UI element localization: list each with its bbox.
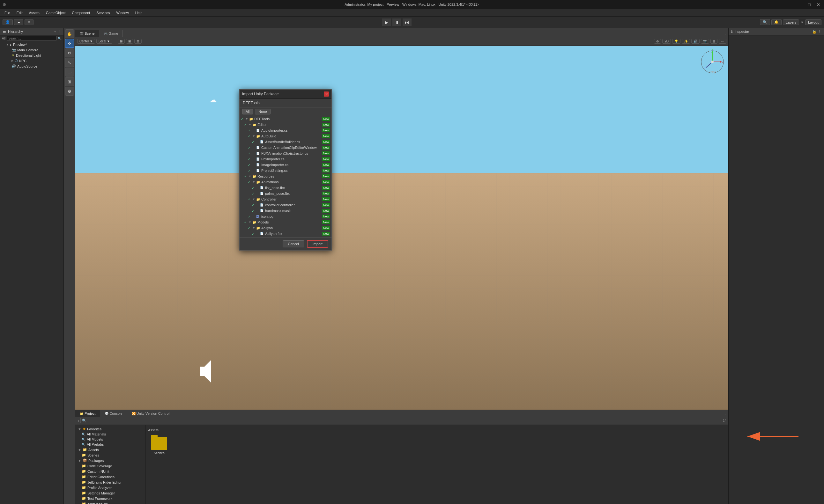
tab-console[interactable]: 💬 Console — [100, 410, 127, 417]
grid-btn[interactable]: ⊞ — [118, 39, 125, 44]
menu-services[interactable]: Services — [93, 10, 113, 15]
more-btn[interactable]: ⋯ — [719, 39, 726, 44]
toolbar-account[interactable]: 👤 — [3, 19, 13, 25]
gizmos-btn[interactable]: ⊙ — [654, 39, 661, 44]
import-row-imageimporter[interactable]: ✓ 📄 ImageImporter.cs New — [239, 162, 331, 168]
notifications-button[interactable]: 🔔 — [771, 19, 782, 25]
proj-jetbrains[interactable]: 📁 JetBrains Rider Editor — [75, 480, 145, 485]
toolbar-cloud[interactable]: ☁ — [14, 19, 23, 25]
proj-packages[interactable]: ▼ 📦 Packages — [75, 458, 145, 463]
import-row-projectsetting[interactable]: ✓ 📄 ProjectSetting.cs New — [239, 168, 331, 173]
import-close-button[interactable]: ✕ — [324, 92, 329, 97]
import-row-aaliyahfbx[interactable]: ✓ 📄 Aaliyah.fbx New — [239, 231, 331, 237]
import-row-controller[interactable]: ✓ ▼ 📁 Controller New — [239, 197, 331, 202]
proj-assets[interactable]: ▼ 📁 Assets — [75, 447, 145, 452]
maximize-button[interactable]: □ — [806, 1, 813, 8]
proj-all-materials[interactable]: 🔍 All Materials — [75, 431, 145, 437]
move-tool[interactable]: ✛ — [65, 39, 74, 48]
hierarchy-item-directional-light[interactable]: ☀ Directional Light — [0, 52, 64, 58]
audio-btn[interactable]: 🔊 — [691, 39, 700, 44]
view-btn[interactable]: ☰ — [134, 39, 142, 44]
inspector-menu-button[interactable]: ⋮ — [818, 30, 821, 34]
import-row-models[interactable]: ✓ ▼ 📁 Models New — [239, 219, 331, 225]
import-row-audioimporter[interactable]: ✓ 📄 AudioImporter.cs New — [239, 128, 331, 133]
toolbar-settings[interactable]: ⚙ — [24, 19, 33, 25]
import-row-controllerfile[interactable]: ✓ 📄 controller.controller New — [239, 202, 331, 208]
scene-gizmo[interactable]: Persp Y X Z — [700, 49, 725, 75]
hierarchy-add-button[interactable]: + — [54, 30, 56, 34]
pause-button[interactable]: ⏸ — [392, 18, 401, 26]
menu-help[interactable]: Help — [132, 10, 146, 15]
import-row-autobuild[interactable]: ✓ ▼ 📁 AutoBuild New — [239, 133, 331, 139]
project-add-button[interactable]: + — [77, 419, 79, 423]
menu-edit[interactable]: Edit — [13, 10, 26, 15]
snap-btn[interactable]: ⊞ — [126, 39, 133, 44]
inspector-lock-button[interactable]: 🔓 — [812, 30, 817, 34]
import-row-deetools[interactable]: ✓ ▼ 📁 DEETools New — [239, 116, 331, 122]
import-row-palmspose[interactable]: ✓ 📄 palms_pose.fbx New — [239, 191, 331, 197]
center-dropdown[interactable]: Center ▼ — [77, 39, 95, 44]
import-row-resources[interactable]: ✓ ▼ 📁 Resources New — [239, 173, 331, 179]
proj-editor-coroutines[interactable]: 📁 Editor Coroutines — [75, 474, 145, 480]
proj-textmeshpro[interactable]: 📁 TextMeshPro — [75, 501, 145, 504]
tab-project[interactable]: 📁 Project — [75, 410, 100, 417]
menu-assets[interactable]: Assets — [26, 10, 43, 15]
hierarchy-item-npc[interactable]: ▶ ⬡ NPC — [0, 58, 64, 64]
lighting-btn[interactable]: 💡 — [672, 39, 681, 44]
menu-gameobject[interactable]: GameObject — [43, 10, 69, 15]
import-row-handmask[interactable]: ✓ 📄 handmask.mask New — [239, 208, 331, 214]
menu-window[interactable]: Window — [113, 10, 132, 15]
import-button[interactable]: Import — [307, 240, 328, 248]
import-row-animations[interactable]: ✓ ▼ 📁 Animations New — [239, 179, 331, 185]
proj-test-framework[interactable]: 📁 Test Framework — [75, 496, 145, 501]
tab-version-control[interactable]: 🔀 Unity Version Control — [127, 410, 174, 417]
hierarchy-item-audiosource[interactable]: 🔊 AudioSource — [0, 64, 64, 69]
custom-tool[interactable]: ⚙ — [65, 87, 74, 96]
overlay-btn[interactable]: ⊞ — [710, 39, 717, 44]
rotate-tool[interactable]: ↺ — [65, 48, 74, 57]
filter-none-button[interactable]: None — [255, 109, 270, 114]
play-button[interactable]: ▶ — [382, 18, 391, 26]
import-row-icon[interactable]: ✓ 🖼 icon.jpg New — [239, 214, 331, 219]
filter-all-button[interactable]: All — [242, 109, 253, 114]
scale-tool[interactable]: ⤡ — [65, 58, 74, 67]
import-row-assetbundle[interactable]: ✓ 📄 AssetBundleBuilder.cs New — [239, 139, 331, 145]
scene-viewport[interactable]: ☁ Persp Y X — [75, 46, 728, 410]
hierarchy-item-main-camera[interactable]: 📷 Main Camera — [0, 47, 64, 52]
hierarchy-item-preview[interactable]: ▼ ▸ Preview* — [0, 42, 64, 47]
proj-favorites[interactable]: ▼ ★ Favorites — [75, 426, 145, 431]
2d-btn[interactable]: 2D — [662, 39, 671, 44]
search-button[interactable]: 🔍 — [760, 19, 770, 25]
proj-profile-analyzer[interactable]: 📁 Profile Analyzer — [75, 485, 145, 490]
hierarchy-menu-button[interactable]: ⋮ — [58, 30, 61, 34]
transform-tool[interactable]: ⊞ — [65, 77, 74, 86]
proj-custom-nunit[interactable]: 📁 Custom NUnit — [75, 469, 145, 474]
hierarchy-search[interactable] — [7, 36, 57, 41]
import-row-customanimation[interactable]: ✓ 📄 CustomAnimationClipEditorWindow... N… — [239, 145, 331, 150]
fx-btn[interactable]: ✨ — [682, 39, 690, 44]
menu-file[interactable]: File — [1, 10, 13, 15]
proj-code-coverage[interactable]: 📁 Code Coverage — [75, 463, 145, 469]
import-row-editor[interactable]: ✓ ▼ 📁 Editor New — [239, 122, 331, 128]
import-row-fistpose[interactable]: ✓ 📄 fist_pose.fbx New — [239, 185, 331, 191]
minimize-button[interactable]: — — [797, 1, 804, 8]
tab-options[interactable]: ⋮ — [722, 30, 728, 37]
local-dropdown[interactable]: Local ▼ — [96, 39, 112, 44]
layout-dropdown[interactable]: Layout — [805, 19, 821, 25]
proj-scenes[interactable]: 📁 Scenes — [75, 452, 145, 458]
import-row-fbximporter[interactable]: ✓ 📄 FbxImporter.cs New — [239, 156, 331, 162]
import-row-fbxanim[interactable]: ✓ 📄 FBXAnimationClipExtractor.cs New — [239, 150, 331, 156]
layers-dropdown[interactable]: Layers — [783, 19, 799, 25]
cancel-button[interactable]: Cancel — [283, 240, 304, 247]
proj-all-prefabs[interactable]: 🔍 All Prefabs — [75, 442, 145, 447]
proj-settings-manager[interactable]: 📁 Settings Manager — [75, 490, 145, 496]
scene-view-btn[interactable]: 📷 — [701, 39, 709, 44]
hand-tool[interactable]: ✋ — [65, 29, 74, 38]
menu-component[interactable]: Component — [69, 10, 93, 15]
tab-scene[interactable]: 🎬 Scene — [75, 30, 99, 37]
tab-game[interactable]: 🎮 Game — [99, 30, 123, 37]
close-button[interactable]: ✕ — [815, 1, 821, 8]
rect-tool[interactable]: ▭ — [65, 68, 74, 77]
bottom-tab-options[interactable]: ⋮ — [722, 410, 728, 417]
import-row-aaliyah[interactable]: ✓ ▼ 📁 Aaliyah New — [239, 225, 331, 231]
